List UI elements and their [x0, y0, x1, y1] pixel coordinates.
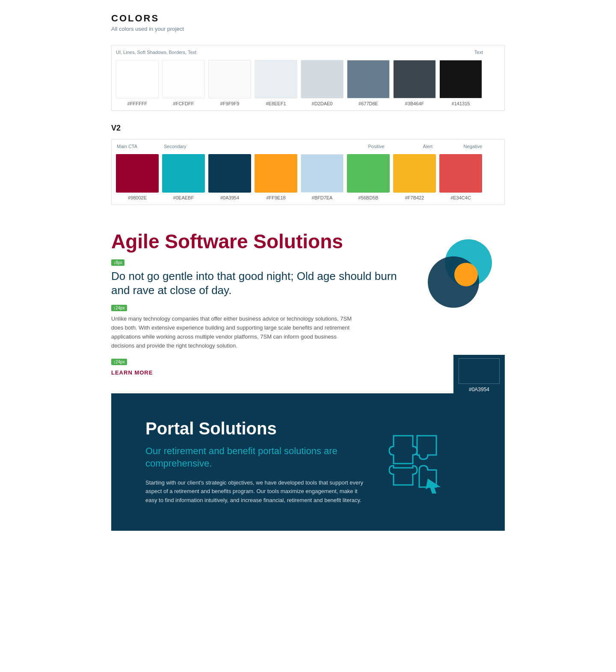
v2-swatch-box	[116, 154, 159, 193]
v2-colors-section: Main CTA Secondary Positive Alert Negati…	[111, 139, 505, 205]
spacing-indicator-3: ↕ 24px	[111, 359, 127, 365]
swatch-label: #E8EEF1	[266, 101, 286, 106]
portal-title: Portal Solutions	[145, 419, 368, 438]
v2-swatch-box	[347, 154, 390, 193]
colors-title: COLORS	[111, 13, 505, 24]
v2-swatch-label: #98002E	[128, 195, 147, 200]
text-label: Text	[474, 50, 483, 55]
swatch-label: #141315	[452, 101, 470, 106]
ui-color-swatches: #FFFFFF #FCFDFF #F9F9F9 #E8EEF1 #D2DAE0 …	[112, 60, 504, 110]
positive-label: Positive	[368, 144, 385, 149]
v2-swatch-box	[393, 154, 436, 193]
v2-swatch-label: #0A3954	[220, 195, 239, 200]
swatch-label: #3B464F	[405, 101, 424, 106]
v2-swatch-box	[301, 154, 344, 193]
portal-section: Portal Solutions Our retirement and bene…	[111, 393, 505, 531]
color-swatch: #3B464F	[393, 60, 436, 106]
color-swatch: #FCFDFF	[162, 60, 205, 106]
v2-color-swatch: #98002E	[116, 154, 159, 200]
v2-swatch-box	[439, 154, 482, 193]
portal-subtitle: Our retirement and benefit portal soluti…	[145, 445, 368, 470]
main-cta-label: Main CTA	[117, 144, 137, 149]
color-swatch: #D2DAE0	[301, 60, 344, 106]
v2-swatch-box	[255, 154, 297, 193]
color-tooltip: #0A3954	[453, 355, 505, 396]
agile-subtitle: Do not go gentle into that good night; O…	[111, 269, 402, 298]
swatch-box	[255, 60, 297, 98]
v2-color-swatch: #0A3954	[208, 154, 251, 200]
swatch-label: #677D8E	[358, 101, 378, 106]
swatch-label: #D2DAE0	[312, 101, 333, 106]
v2-swatch-label: #0EAEBF	[173, 195, 194, 200]
ui-colors-labels: UI, Lines, Soft Shadows, Borders, Text T…	[112, 50, 504, 60]
venn-diagram	[424, 239, 500, 308]
v2-color-swatch: #E34C4C	[439, 154, 482, 200]
v2-swatch-label: #FF9E18	[266, 195, 285, 200]
puzzle-icon	[385, 427, 453, 496]
swatch-box	[116, 60, 159, 98]
v2-swatch-label: #BFD7EA	[312, 195, 333, 200]
swatch-box	[439, 60, 482, 98]
ui-lines-label: UI, Lines, Soft Shadows, Borders, Text	[116, 50, 196, 55]
swatch-box	[162, 60, 205, 98]
color-swatch: #FFFFFF	[116, 60, 159, 106]
agile-graphic	[419, 231, 505, 308]
swatch-box	[347, 60, 390, 98]
color-swatch: #E8EEF1	[255, 60, 297, 106]
v2-color-swatch: #FF9E18	[255, 154, 297, 200]
v2-swatch-box	[208, 154, 251, 193]
swatch-box	[301, 60, 344, 98]
v2-color-swatch: #F7B422	[393, 154, 436, 200]
v2-swatch-label: #56BD5B	[358, 195, 378, 200]
agile-title: Agile Software Solutions	[111, 231, 402, 253]
colors-subtitle: All colors used in your project	[111, 26, 505, 32]
swatch-label: #FCFDFF	[173, 101, 194, 106]
v2-color-swatches: #98002E #0EAEBF #0A3954 #FF9E18 #BFD7EA …	[112, 154, 504, 205]
v2-title: V2	[111, 124, 505, 133]
v2-color-swatch: #BFD7EA	[301, 154, 344, 200]
portal-wrapper: #0A3954 Portal Solutions Our retirement …	[111, 393, 505, 531]
v2-color-swatch: #0EAEBF	[162, 154, 205, 200]
portal-graphic	[385, 427, 471, 497]
agile-content: Agile Software Solutions ↕ 8px Do not go…	[111, 231, 402, 376]
tooltip-label: #0A3954	[469, 387, 489, 392]
negative-label: Negative	[464, 144, 482, 149]
secondary-label: Secondary	[164, 144, 187, 149]
swatch-box	[208, 60, 251, 98]
swatch-box	[393, 60, 436, 98]
v2-swatch-box	[162, 154, 205, 193]
learn-more-link[interactable]: LEARN MORE	[111, 369, 153, 376]
agile-body: Unlike many technology companies that of…	[111, 315, 359, 350]
ui-colors-section: UI, Lines, Soft Shadows, Borders, Text T…	[111, 45, 505, 111]
spacing-indicator-2: ↕ 24px	[111, 305, 127, 311]
alert-label: Alert	[423, 144, 432, 149]
color-swatch: #F9F9F9	[208, 60, 251, 106]
colors-header: COLORS All colors used in your project	[111, 13, 505, 32]
color-swatch: #141315	[439, 60, 482, 106]
v2-labels: Main CTA Secondary Positive Alert Negati…	[112, 144, 504, 154]
v2-swatch-label: #E34C4C	[450, 195, 471, 200]
portal-body: Starting with our client's strategic obj…	[145, 479, 368, 505]
swatch-label: #FFFFFF	[127, 101, 147, 106]
agile-section: Agile Software Solutions ↕ 8px Do not go…	[111, 205, 505, 393]
tooltip-swatch	[459, 358, 500, 384]
venn-circle-orange	[454, 263, 478, 286]
v2-swatch-label: #F7B422	[405, 195, 424, 200]
spacing-indicator-1: ↕ 8px	[111, 259, 124, 266]
portal-content: Portal Solutions Our retirement and bene…	[145, 419, 368, 505]
swatch-label: #F9F9F9	[220, 101, 240, 106]
v2-color-swatch: #56BD5B	[347, 154, 390, 200]
color-swatch: #677D8E	[347, 60, 390, 106]
